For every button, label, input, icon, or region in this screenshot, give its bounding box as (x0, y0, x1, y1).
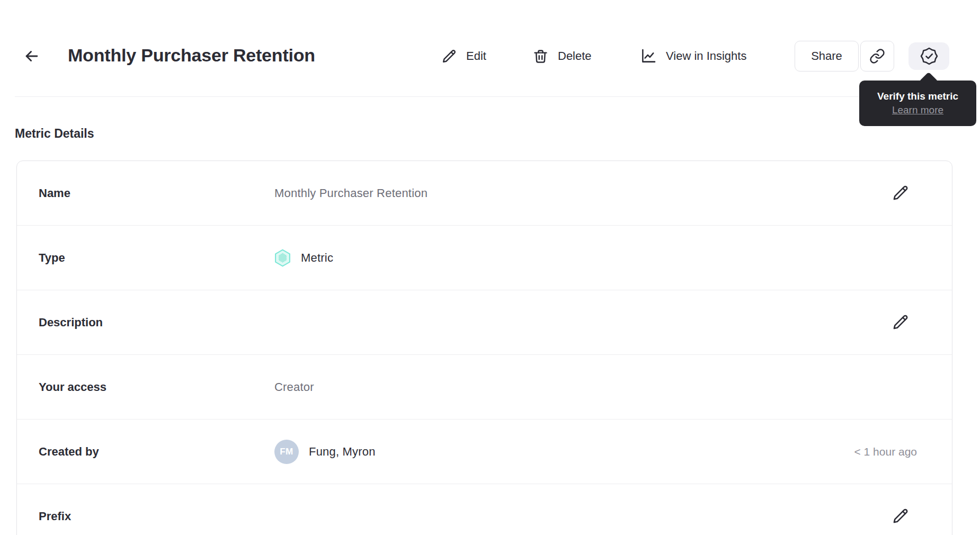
description-label: Description (39, 316, 103, 329)
name-label: Name (39, 186, 70, 200)
edit-description-button[interactable] (888, 311, 912, 334)
view-in-insights-button[interactable]: View in Insights (639, 41, 746, 71)
created-by-value-group: FM Fung, Myron (274, 440, 376, 464)
row-description: Description (17, 290, 952, 355)
metric-hexagon-icon (274, 249, 291, 267)
your-access-value: Creator (274, 380, 314, 394)
delete-label: Delete (558, 49, 592, 63)
metric-details-card: Name Monthly Purchaser Retention Type (16, 160, 952, 535)
pencil-icon (890, 313, 910, 332)
edit-name-button[interactable] (888, 182, 912, 205)
back-arrow-icon (23, 47, 41, 65)
type-value-group: Metric (274, 249, 333, 267)
metric-details-page: Monthly Purchaser Retention Edit Delete (0, 0, 980, 535)
learn-more-link[interactable]: Learn more (892, 104, 943, 116)
share-label: Share (811, 49, 842, 63)
page-title: Monthly Purchaser Retention (68, 45, 315, 66)
pencil-icon (440, 48, 458, 65)
row-created-by: Created by FM Fung, Myron < 1 hour ago (17, 420, 952, 484)
link-icon (869, 48, 885, 64)
row-type: Type Metric (17, 226, 952, 290)
pencil-icon (890, 506, 910, 526)
created-by-value: Fung, Myron (309, 445, 376, 459)
share-button[interactable]: Share (795, 41, 859, 72)
edit-prefix-button[interactable] (888, 505, 912, 528)
trash-icon (532, 48, 549, 65)
header-divider (15, 96, 952, 97)
verify-metric-button[interactable] (908, 42, 949, 70)
created-by-label: Created by (39, 445, 99, 459)
edit-button[interactable]: Edit (440, 41, 486, 71)
copy-link-button[interactable] (860, 41, 894, 72)
type-label: Type (39, 251, 65, 265)
back-button[interactable] (21, 46, 42, 67)
created-timestamp: < 1 hour ago (854, 445, 917, 458)
type-value: Metric (301, 251, 333, 265)
view-in-insights-label: View in Insights (666, 49, 746, 63)
section-heading: Metric Details (15, 127, 94, 141)
row-your-access: Your access Creator (17, 355, 952, 420)
name-value: Monthly Purchaser Retention (274, 186, 427, 200)
edit-label: Edit (466, 49, 486, 63)
your-access-label: Your access (39, 380, 106, 394)
verified-badge-icon (920, 47, 939, 66)
line-chart-icon (639, 47, 657, 65)
delete-button[interactable]: Delete (532, 41, 592, 71)
row-name: Name Monthly Purchaser Retention (17, 161, 952, 226)
row-prefix: Prefix (17, 484, 952, 535)
tooltip-title: Verify this metric (877, 91, 958, 102)
avatar: FM (274, 440, 299, 464)
prefix-label: Prefix (39, 510, 71, 523)
verify-tooltip: Verify this metric Learn more (859, 81, 976, 126)
pencil-icon (890, 183, 910, 203)
